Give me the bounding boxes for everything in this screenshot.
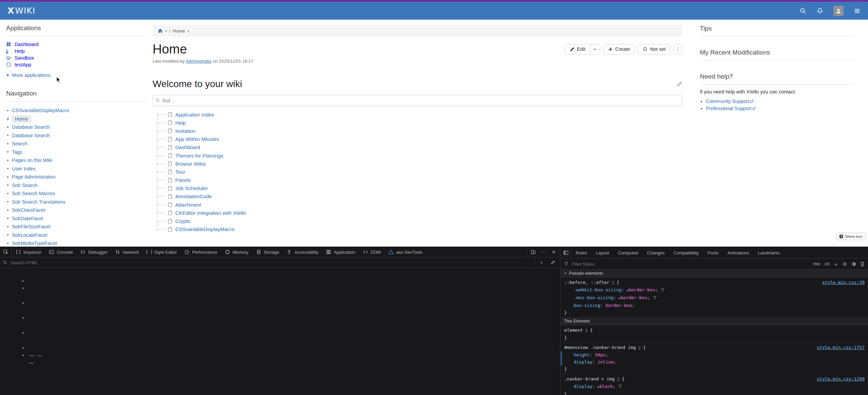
edit-dropdown-caret[interactable]: ▾ (590, 44, 600, 55)
close-devtools-icon[interactable]: ✕ (549, 248, 558, 256)
add-rule-icon[interactable]: + (833, 261, 839, 267)
devtools-tab[interactable]: Inspector (12, 247, 45, 257)
devtools-tab[interactable]: DOM (359, 247, 384, 257)
navigation-link[interactable]: CSSvariableDisplayMacro (12, 108, 69, 113)
markup-node-line[interactable]: ▶ (0, 270, 560, 277)
markup-node-line[interactable] (0, 314, 560, 322)
sidebar-toggle-icon[interactable] (561, 247, 571, 258)
markup-node-line[interactable] (0, 285, 560, 292)
node-expander-icon[interactable]: ▶ (22, 277, 26, 285)
find-input[interactable] (153, 95, 682, 106)
navigation-tree-item[interactable]: • Database Search (6, 123, 146, 131)
navigation-link[interactable]: User Index (12, 166, 36, 171)
page-link[interactable]: Help (175, 120, 186, 126)
markup-node-line[interactable]: ▼ (0, 277, 560, 285)
application-link[interactable]: Help (15, 48, 25, 54)
devtools-tab[interactable]: Application (322, 247, 359, 257)
page-link[interactable]: Invitation (175, 128, 196, 134)
sidebar-tab[interactable]: Landmarks (754, 247, 784, 258)
markup-node-line[interactable] (0, 381, 560, 389)
toggle-hover-button[interactable]: :hov (812, 262, 820, 266)
support-link[interactable]: Professional Support (706, 106, 752, 111)
navigation-link[interactable]: SolrMediaTypeFacet (12, 241, 57, 246)
expander-icon[interactable]: ▷ (157, 179, 160, 182)
responsive-design-mode-icon[interactable] (529, 248, 538, 256)
markup-node-line[interactable] (0, 374, 560, 381)
markup-node-line[interactable] (0, 352, 560, 359)
pick-element-icon[interactable] (0, 247, 12, 257)
devtools-tab[interactable]: Memory (221, 247, 252, 257)
markup-node-line[interactable]: ▼ (0, 344, 560, 352)
page-link[interactable]: Attachment (175, 202, 201, 208)
highlight-grid-icon[interactable]: ⣿ (612, 279, 614, 286)
sidebar-tab[interactable]: Compatibility (669, 247, 703, 258)
notifications-bell-icon[interactable] (816, 7, 823, 14)
sidebar-tab[interactable]: Changes (643, 247, 669, 258)
css-declaration[interactable]: -webkit-box-sizing: ▶border-box; (564, 286, 865, 294)
expander-icon[interactable]: ▷ (157, 195, 160, 198)
navigation-link[interactable]: Database Search (12, 124, 50, 130)
markup-badge[interactable] (37, 355, 42, 356)
navigation-link[interactable]: Tags (12, 149, 22, 155)
sidebar-item-application[interactable]: Dashboard (6, 41, 146, 48)
css-declaration[interactable]: height: ▶50px; (564, 351, 865, 358)
navigation-link[interactable]: SolrClassFacet (12, 207, 45, 213)
expander-icon[interactable]: ▷ (157, 138, 160, 141)
add-node-icon[interactable]: + (537, 258, 546, 267)
overridden-filter-icon[interactable] (618, 384, 623, 389)
navigation-tree-item[interactable]: • Pages on this Wiki (6, 156, 146, 165)
devtools-tab[interactable]: axe DevTools (384, 247, 426, 257)
rule-selector[interactable]: #menuview .navbar-brand img (564, 344, 636, 351)
navigation-tree-item[interactable]: • SolrMediaTypeFacet (6, 239, 146, 248)
application-link[interactable]: Dashboard (15, 42, 39, 47)
markup-node-line[interactable] (0, 367, 560, 374)
navigation-tree-item[interactable]: • Tags (6, 148, 146, 157)
sidebar-item-application[interactable]: testApp (6, 61, 146, 68)
markup-node-line[interactable]: ▼ (0, 292, 560, 299)
application-link[interactable]: testApp (15, 62, 31, 67)
node-expander-icon[interactable]: ▼ (22, 299, 26, 307)
markup-node-line[interactable]: ▼ (0, 337, 560, 344)
navigation-link[interactable]: Solr Search Macros (12, 191, 55, 196)
breadcrumb-current[interactable]: Home (173, 28, 185, 34)
edit-section-pencil-icon[interactable] (677, 81, 682, 87)
navigation-link[interactable]: SolrFileSizeFacet (12, 224, 51, 229)
filter-styles-input[interactable] (571, 261, 810, 267)
devtools-tab[interactable]: Accessibility (283, 247, 322, 257)
search-icon[interactable] (800, 7, 806, 14)
page-link[interactable]: Browse Wikis (175, 161, 206, 167)
expander-icon[interactable]: ▷ (157, 170, 160, 173)
navigation-tree-item[interactable]: • Solr Search Translations (6, 198, 146, 206)
expander-icon[interactable]: ▷ (157, 162, 160, 165)
node-expander-icon[interactable]: ▼ (22, 352, 26, 359)
devtools-tab[interactable]: { } Style Editor (143, 247, 180, 257)
rule-source-link[interactable]: style.min.css:1757 (817, 344, 865, 351)
navigation-tree-item[interactable]: • User Index (6, 165, 146, 173)
navigation-link[interactable]: Search (12, 141, 27, 146)
rule-source-link[interactable]: style.min.css:1299 (817, 375, 865, 382)
overridden-filter-icon[interactable] (660, 288, 665, 292)
page-link[interactable]: AnnotationCode (175, 193, 212, 199)
css-declaration[interactable]: display: ▶inline; (564, 358, 865, 366)
markup-node-line[interactable] (0, 299, 560, 307)
navigation-tree-item[interactable]: • Database Search (6, 131, 146, 140)
overridden-filter-icon[interactable] (653, 295, 657, 300)
navigation-tree-item[interactable]: ∨ Home (6, 115, 146, 123)
navigation-link[interactable]: Home (12, 116, 31, 122)
css-declaration[interactable]: display: ▶block; (564, 383, 865, 391)
show-tour-button[interactable]: i Show tour (836, 233, 866, 240)
node-expander-icon[interactable]: ▼ (22, 329, 26, 337)
expander-icon[interactable]: ▷ (157, 154, 160, 157)
navigation-link[interactable]: SolrDateFacet (12, 216, 43, 221)
chevron-down-icon[interactable]: ▾ (165, 29, 167, 33)
markup-badge[interactable] (29, 363, 34, 363)
sidebar-tab[interactable]: Fonts (703, 247, 723, 258)
page-link[interactable]: CSSvariableDisplayMacro (175, 226, 234, 232)
sidebar-item-application[interactable]: ? Help (6, 48, 146, 55)
expander-icon[interactable]: ▷ (157, 146, 160, 149)
highlight-grid-icon[interactable]: ⣿ (617, 376, 619, 383)
markup-node-line[interactable] (0, 329, 560, 337)
rules-section-header[interactable]: ▼ This Element (561, 317, 868, 325)
page-link[interactable]: App Within Minutes (175, 136, 219, 142)
xwiki-logo[interactable]: XWIKI (7, 6, 35, 16)
